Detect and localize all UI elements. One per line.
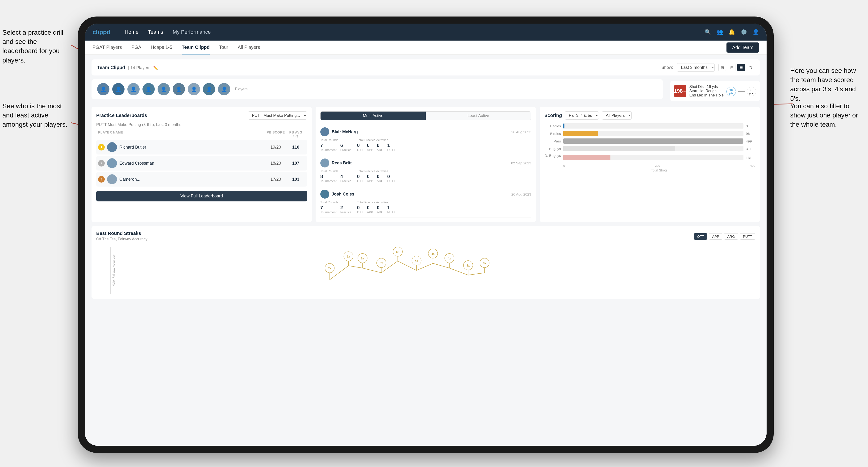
- svg-text:3x: 3x: [483, 261, 486, 265]
- streak-btn-app[interactable]: APP: [709, 233, 722, 240]
- shot-dist: Shot Dist: 16 yds: [689, 85, 724, 89]
- pa-date-2: 02 Sep 2023: [511, 161, 531, 165]
- subnav-all-players[interactable]: All Players: [238, 40, 260, 55]
- chart-x-label: Total Shots: [545, 168, 755, 172]
- lb-score-1: 19/20: [265, 145, 286, 150]
- bell-icon[interactable]: 🔔: [728, 29, 735, 35]
- yds-from-box: 16 yds: [726, 87, 736, 96]
- pa-name-2: Rees Britt: [332, 161, 511, 165]
- show-timeframe-select[interactable]: Last 3 months Last 6 months Last year: [677, 63, 715, 72]
- pa-avatar-2: [320, 158, 329, 167]
- main-content: Team Clippd | 14 Players ✏️ Show: Last 3…: [85, 55, 767, 446]
- lb-rank-2: 2: [98, 160, 105, 166]
- lb-avg-2: 107: [286, 161, 305, 166]
- add-team-button[interactable]: Add Team: [726, 42, 759, 53]
- shot-card: 198 SC Shot Dist: 16 yds Start Lie: Roug…: [670, 81, 760, 101]
- player-avatar-9[interactable]: 👤: [218, 83, 230, 95]
- lb-score-3: 17/20: [265, 177, 286, 182]
- pa-header-1: Blair McHarg 26 Aug 2023: [320, 127, 531, 136]
- player-avatar-5[interactable]: 👤: [158, 83, 170, 95]
- col-avg: PB AVG SQ: [286, 130, 305, 138]
- pa-total-rounds-1: Total Rounds 7 Tournament 6 Practice: [320, 138, 351, 152]
- leaderboard-subtitle: PUTT Must Make Putting (3-6 ft), Last 3 …: [96, 122, 307, 127]
- shot-end-lie: End Lie: In The Hole: [689, 93, 724, 97]
- view-grid-small[interactable]: ⊞: [718, 64, 726, 71]
- pa-header-2: Rees Britt 02 Sep 2023: [320, 158, 531, 167]
- leaderboard-header: Practice Leaderboards PUTT Must Make Put…: [96, 111, 307, 120]
- tab-most-active[interactable]: Most Active: [320, 112, 426, 120]
- view-grid-large[interactable]: ⊟: [728, 64, 736, 71]
- lb-row-2: 2 Edward Crossman 18/20 107: [96, 156, 307, 170]
- y-axis-label: Hole, Fairway Accuracy: [112, 254, 115, 286]
- pa-tournament-2: 8: [320, 174, 337, 179]
- pa-practice-activities-1: Total Practice Activities 0 OTT 0 APP: [357, 138, 395, 152]
- bar-eagles: Eagles 3: [545, 123, 755, 129]
- team-count: | 14 Players: [128, 65, 151, 70]
- team-header-card: Team Clippd | 14 Players ✏️ Show: Last 3…: [92, 59, 760, 75]
- svg-text:6x: 6x: [361, 257, 364, 260]
- shot-info: Shot Dist: 16 yds Start Lie: Rough End L…: [689, 85, 724, 97]
- lb-avatar-1: [107, 142, 117, 152]
- streak-btn-putt[interactable]: PUTT: [740, 233, 755, 240]
- middle-row: Practice Leaderboards PUTT Must Make Put…: [92, 106, 760, 222]
- lb-avg-1: 110: [286, 145, 305, 150]
- shot-badge: 198 SC: [674, 85, 686, 97]
- par-filter-select[interactable]: Par 3, 4 & 5s Par 3s Par 4s Par 5s: [565, 111, 599, 120]
- subnav-tour[interactable]: Tour: [219, 40, 228, 55]
- player-avatar-7[interactable]: 👤: [188, 83, 200, 95]
- lb-name-3: Cameron...: [119, 177, 265, 182]
- pa-stats-2: Total Rounds 8 Tournament 4 Practice: [320, 169, 531, 183]
- tab-least-active[interactable]: Least Active: [426, 112, 531, 120]
- view-filter[interactable]: ⇅: [747, 64, 754, 71]
- col-score: PB SCORE: [265, 130, 286, 138]
- user-avatar-icon[interactable]: 👤: [753, 29, 759, 35]
- lb-name-2: Edward Crossman: [119, 161, 265, 166]
- player-filter-select[interactable]: All Players: [602, 111, 632, 120]
- shot-start-lie: Start Lie: Rough: [689, 89, 724, 93]
- search-icon[interactable]: 🔍: [705, 29, 711, 35]
- player-avatar-4[interactable]: 👤: [143, 83, 155, 95]
- settings-icon[interactable]: ⚙️: [741, 29, 747, 35]
- view-list[interactable]: ☰: [737, 64, 745, 71]
- subnav-pga[interactable]: PGA: [131, 40, 141, 55]
- scoring-card: Scoring Par 3, 4 & 5s Par 3s Par 4s Par …: [540, 106, 760, 222]
- nav-my-performance[interactable]: My Performance: [173, 29, 211, 35]
- scoring-title: Scoring: [545, 113, 562, 118]
- tablet-screen: clippd Home Teams My Performance 🔍 👥 🔔 ⚙…: [85, 24, 767, 446]
- streak-btn-ott[interactable]: OTT: [694, 233, 707, 240]
- player-avatar-3[interactable]: 👤: [127, 83, 140, 95]
- activity-card: Most Active Least Active Blair McHarg 26…: [316, 106, 536, 222]
- col-player-name: PLAYER NAME: [98, 130, 265, 138]
- people-icon[interactable]: 👥: [717, 29, 723, 35]
- app-logo: clippd: [92, 29, 111, 36]
- lb-col-headers: PLAYER NAME PB SCORE PB AVG SQ: [96, 130, 307, 138]
- svg-text:4x: 4x: [448, 257, 451, 260]
- subnav-hcaps[interactable]: Hcaps 1-5: [151, 40, 172, 55]
- streak-btn-arg[interactable]: ARG: [724, 233, 738, 240]
- player-avatar-6[interactable]: 👤: [173, 83, 185, 95]
- scoring-header: Scoring Par 3, 4 & 5s Par 3s Par 4s Par …: [545, 111, 755, 120]
- drill-select[interactable]: PUTT Must Make Putting...: [248, 111, 307, 120]
- subnav-pgat[interactable]: PGAT Players: [92, 40, 122, 55]
- nav-home[interactable]: Home: [125, 29, 139, 35]
- player-avatar-2[interactable]: 👤: [112, 83, 125, 95]
- streak-chart-area: Hole, Fairway Accuracy 7x: [111, 247, 755, 294]
- lb-rank-3: 3: [98, 176, 105, 183]
- nav-icons-group: 🔍 👥 🔔 ⚙️ 👤: [705, 29, 759, 35]
- svg-text:7x: 7x: [328, 267, 331, 270]
- team-title: Team Clippd: [97, 65, 125, 70]
- yds-to-box: 0 yds: [747, 87, 756, 96]
- player-avatar-1[interactable]: 👤: [97, 83, 110, 95]
- streaks-subtitle: Off The Tee, Fairway Accuracy: [96, 237, 148, 241]
- activity-player-1: Blair McHarg 26 Aug 2023 Total Rounds 7 …: [320, 124, 531, 155]
- svg-text:4x: 4x: [415, 259, 418, 262]
- edit-team-icon[interactable]: ✏️: [153, 66, 158, 70]
- leaderboard-card: Practice Leaderboards PUTT Must Make Put…: [92, 106, 312, 222]
- subnav-team-clippd[interactable]: Team Clippd: [182, 40, 210, 55]
- pa-header-3: Josh Coles 26 Aug 2023: [320, 190, 531, 198]
- player-avatar-8[interactable]: 👤: [203, 83, 215, 95]
- nav-teams[interactable]: Teams: [148, 29, 163, 35]
- view-full-leaderboard-button[interactable]: View Full Leaderboard: [96, 191, 307, 201]
- svg-text:5x: 5x: [380, 261, 383, 265]
- pa-avatar-1: [320, 127, 329, 136]
